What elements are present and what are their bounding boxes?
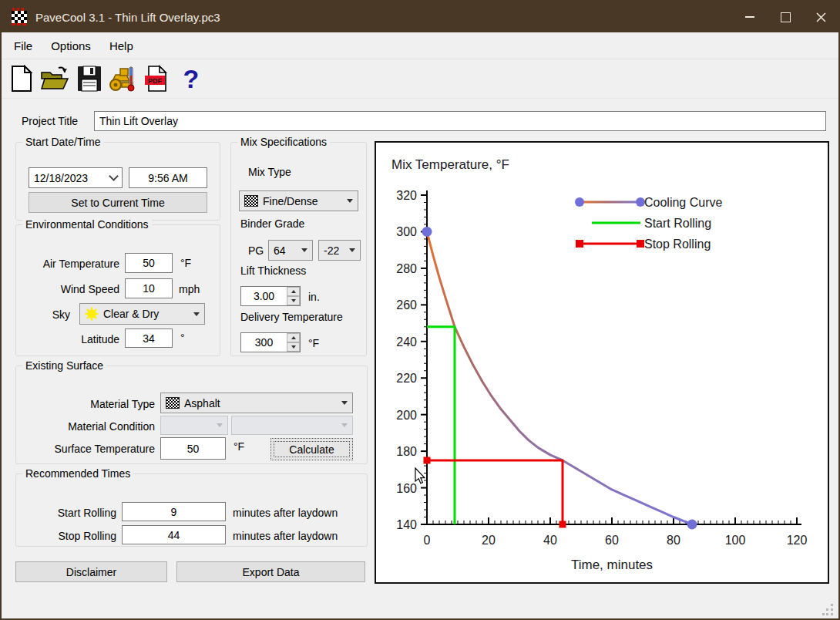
project-title-input[interactable]	[94, 111, 826, 131]
group-existing-surface: Existing Surface Material Type Asphalt M…	[15, 366, 368, 464]
toolbar: PDF ?	[2, 59, 840, 99]
lift-thickness-stepper[interactable]: 3.00	[240, 286, 301, 306]
svg-text:160: 160	[396, 482, 417, 495]
svg-text:100: 100	[725, 534, 746, 547]
dropdown-arrow-icon	[349, 248, 355, 252]
spin-down-button[interactable]	[287, 342, 300, 352]
latitude-input[interactable]	[125, 329, 173, 348]
material-type-label: Material Type	[16, 398, 155, 410]
svg-text:180: 180	[396, 445, 417, 458]
material-condition-label: Material Condition	[16, 420, 155, 433]
maximize-button[interactable]	[768, 2, 803, 32]
date-picker[interactable]: 12/18/2023	[29, 167, 123, 188]
app-icon	[9, 7, 29, 27]
start-rolling-input[interactable]	[122, 502, 226, 521]
svg-text:Time, minutes: Time, minutes	[571, 558, 653, 572]
group-environment: Environmental Conditions Air Temperature…	[15, 224, 220, 356]
chart-panel: 0204060801001201401601802002202402602803…	[375, 141, 829, 584]
time-input[interactable]	[129, 167, 207, 188]
start-rolling-label: Start Rolling	[16, 507, 116, 519]
pg-low-value: -22	[324, 244, 349, 257]
set-current-time-button[interactable]: Set to Current Time	[29, 192, 207, 213]
mix-type-label: Mix Type	[248, 166, 291, 178]
svg-text:220: 220	[396, 372, 417, 385]
svg-text:60: 60	[605, 534, 619, 547]
minimize-button[interactable]	[732, 2, 768, 32]
dropdown-arrow-icon	[341, 423, 348, 427]
menu-help[interactable]: Help	[100, 35, 143, 57]
title-bar: PaveCool 3.1 - Thin Lift Overlay.pc3	[2, 2, 838, 32]
air-temperature-label: Air Temperature	[16, 258, 119, 270]
svg-text:20: 20	[482, 534, 496, 547]
delivery-temp-stepper[interactable]: 300	[240, 332, 301, 352]
sky-select[interactable]: Clear & Dry	[79, 303, 205, 325]
stop-rolling-input[interactable]	[122, 525, 226, 544]
export-pdf-button[interactable]: PDF	[140, 62, 174, 95]
mix-type-select[interactable]: Fine/Dense	[239, 190, 358, 211]
stop-rolling-suffix: minutes after laydown	[233, 530, 338, 542]
latitude-label: Latitude	[16, 333, 119, 345]
sky-value: Clear & Dry	[103, 308, 193, 320]
dropdown-arrow-icon	[301, 248, 307, 252]
close-icon	[816, 12, 826, 22]
air-temperature-input[interactable]	[125, 253, 173, 273]
menu-options[interactable]: Options	[42, 35, 100, 57]
spin-down-button[interactable]	[287, 296, 300, 305]
material-condition-select-1	[160, 416, 228, 435]
svg-text:0: 0	[424, 534, 431, 547]
group-mix-specs: Mix Specifications Mix Type Fine/Dense B…	[230, 142, 367, 356]
save-file-button[interactable]	[72, 62, 106, 95]
sun-icon	[85, 307, 99, 321]
spin-down-icon	[291, 345, 296, 349]
mix-pattern-icon	[244, 195, 258, 207]
stop-rolling-label: Stop Rolling	[16, 530, 116, 542]
new-file-icon	[10, 65, 33, 93]
dropdown-arrow-icon	[347, 199, 353, 203]
delivery-temp-unit: °F	[308, 337, 319, 349]
dropdown-arrow-icon	[217, 423, 223, 427]
surface-temp-input[interactable]	[160, 437, 226, 460]
svg-text:Stop Rolling: Stop Rolling	[644, 238, 711, 251]
new-file-button[interactable]	[5, 62, 39, 95]
export-data-button[interactable]: Export Data	[176, 561, 365, 582]
maximize-icon	[781, 12, 791, 22]
material-type-value: Asphalt	[184, 397, 341, 409]
menu-file[interactable]: File	[5, 35, 42, 57]
group-recommended-times: Recommended Times Start Rolling minutes …	[15, 473, 368, 547]
open-file-button[interactable]	[39, 62, 72, 95]
sky-label: Sky	[16, 308, 70, 321]
lift-thickness-value: 3.00	[241, 287, 287, 305]
minimize-icon	[745, 16, 754, 18]
surface-temp-label: Surface Temperature	[16, 443, 155, 455]
open-file-icon	[40, 65, 71, 93]
spin-up-icon	[291, 336, 296, 339]
chevron-down-icon	[109, 171, 119, 181]
save-icon	[77, 66, 102, 92]
help-icon: ?	[183, 66, 200, 92]
calculate-button[interactable]: Calculate	[270, 438, 353, 460]
pdf-icon: PDF	[144, 65, 170, 93]
wind-speed-label: Wind Speed	[16, 283, 119, 295]
svg-text:Cooling Curve: Cooling Curve	[644, 196, 722, 209]
cooling-calc-button[interactable]	[106, 62, 140, 95]
material-condition-select-2	[231, 416, 353, 435]
material-type-select[interactable]: Asphalt	[160, 393, 353, 413]
svg-text:240: 240	[396, 335, 417, 349]
lift-thickness-unit: in.	[308, 291, 320, 303]
close-button[interactable]	[803, 2, 838, 32]
roller-thermometer-icon	[108, 64, 139, 93]
svg-text:260: 260	[396, 298, 417, 312]
resize-grip[interactable]	[822, 604, 834, 615]
pg-high-select[interactable]: 64	[268, 240, 313, 261]
wind-speed-input[interactable]	[125, 278, 173, 298]
pg-low-select[interactable]: -22	[318, 240, 361, 261]
help-button[interactable]: ?	[174, 62, 208, 95]
app-window: PaveCool 3.1 - Thin Lift Overlay.pc3 Fil…	[0, 0, 840, 620]
spin-up-button[interactable]	[287, 287, 300, 296]
disclaimer-button[interactable]: Disclaimer	[15, 561, 167, 582]
svg-text:80: 80	[667, 534, 680, 547]
air-temperature-unit: °F	[180, 257, 191, 269]
start-rolling-suffix: minutes after laydown	[233, 507, 338, 519]
spin-up-button[interactable]	[287, 333, 300, 342]
group-start-datetime: Start Date/Time 12/18/2023 Set to Curren…	[15, 142, 220, 221]
